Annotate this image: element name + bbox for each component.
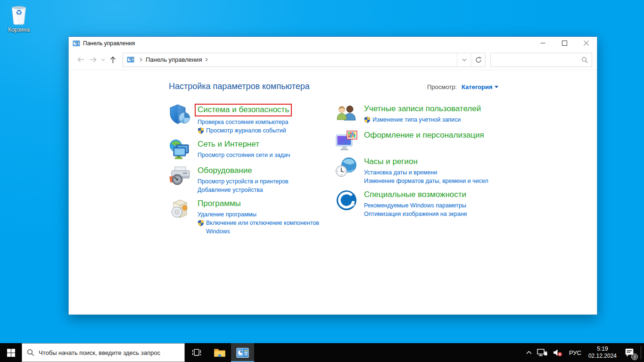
personalization-icon[interactable]	[335, 130, 358, 152]
category-link-programs[interactable]: Программы	[198, 199, 241, 208]
back-button[interactable]	[74, 53, 87, 67]
task-link-change-account-type[interactable]: Изменение типа учетной записи	[364, 115, 481, 124]
file-explorer-icon	[214, 347, 226, 358]
start-button[interactable]	[0, 343, 22, 362]
recycle-symbol-icon: ♻	[8, 9, 29, 16]
category-network-internet: Сеть и Интернет Просмотр состояния сети …	[169, 139, 327, 161]
control-panel-search[interactable]	[490, 53, 592, 67]
control-panel-window: Панель управления	[68, 36, 597, 315]
minimize-button[interactable]	[532, 37, 553, 49]
control-panel-search-input[interactable]	[495, 56, 581, 63]
close-button[interactable]	[575, 37, 597, 49]
category-link-system-security[interactable]: Система и безопасность	[198, 105, 289, 114]
chevron-down-icon	[101, 58, 105, 61]
address-bar[interactable]: Панель управления	[123, 53, 486, 67]
breadcrumb-root[interactable]: Панель управления	[146, 56, 202, 63]
category-ease-of-access: Специальные возможности Рекомендуемые Wi…	[335, 189, 498, 218]
category-link-hardware[interactable]: Оборудование	[198, 166, 252, 175]
network-icon	[537, 348, 548, 357]
category-system-security: Система и безопасность Проверка состояни…	[169, 103, 327, 135]
ease-of-access-icon[interactable]	[335, 189, 358, 212]
task-view-button[interactable]	[185, 343, 208, 362]
control-panel-icon	[236, 348, 249, 358]
notification-badge: 3	[631, 354, 638, 360]
category-link-ease-of-access[interactable]: Специальные возможности	[364, 190, 466, 199]
action-center-button[interactable]: 3	[620, 343, 640, 362]
control-panel-icon	[127, 57, 134, 63]
clock-region-icon[interactable]	[335, 156, 358, 179]
task-link-network-status[interactable]: Просмотр состояния сети и задач	[198, 151, 290, 159]
user-accounts-icon[interactable]	[335, 103, 358, 126]
category-link-personalization[interactable]: Оформление и персонализация	[364, 131, 484, 140]
control-panel-content: Настройка параметров компьютера Просмотр…	[69, 70, 597, 314]
task-link-security-status[interactable]: Проверка состояния компьютера	[198, 118, 292, 126]
task-link-optimize-display[interactable]: Оптимизация изображения на экране	[364, 210, 467, 218]
refresh-icon	[475, 57, 482, 63]
category-hardware: Оборудование Просмотр устройств и принте…	[169, 165, 327, 194]
show-desktop-button[interactable]	[641, 343, 644, 362]
chevron-down-icon	[462, 58, 467, 61]
task-link-devices-printers[interactable]: Просмотр устройств и принтеров	[198, 177, 289, 186]
windows-logo-icon	[7, 349, 15, 357]
network-internet-icon[interactable]	[169, 139, 191, 161]
window-title: Панель управления	[83, 40, 532, 47]
task-link-set-date-time[interactable]: Установка даты и времени	[364, 168, 488, 177]
programs-icon[interactable]	[169, 198, 191, 221]
navigation-bar: Панель управления	[69, 49, 597, 70]
tray-network-button[interactable]	[534, 343, 550, 362]
system-security-icon[interactable]	[169, 103, 191, 126]
maximize-icon	[562, 41, 567, 46]
task-link-event-logs[interactable]: Просмотр журналов событий	[198, 126, 292, 135]
red-highlight-box: Система и безопасность	[195, 104, 292, 116]
chevron-up-icon	[526, 351, 532, 354]
tray-date: 02.12.2024	[588, 353, 617, 360]
uac-shield-icon	[198, 127, 204, 134]
category-column-left: Система и безопасность Проверка состояни…	[169, 103, 327, 239]
category-clock-region: Часы и регион Установка даты и времени И…	[335, 156, 498, 185]
tray-volume-muted-button[interactable]	[550, 343, 565, 362]
taskbar-search[interactable]	[22, 343, 185, 362]
category-link-user-accounts[interactable]: Учетные записи пользователей	[364, 104, 481, 113]
control-panel-taskbar-button[interactable]	[231, 343, 254, 362]
breadcrumb-chevron-icon[interactable]	[202, 58, 211, 62]
up-arrow-icon	[109, 56, 116, 64]
recycle-bin-label: Корзина	[5, 26, 33, 33]
task-link-add-device[interactable]: Добавление устройства	[198, 186, 289, 194]
address-dropdown-button[interactable]	[457, 53, 471, 66]
tray-clock[interactable]: 5:19 02.12.2024	[585, 346, 620, 360]
maximize-button[interactable]	[553, 37, 575, 49]
tray-show-hidden-icons-button[interactable]	[524, 343, 534, 362]
forward-arrow-icon	[89, 56, 97, 63]
task-link-uninstall-program[interactable]: Удаление программы	[198, 210, 327, 219]
tray-language-indicator[interactable]: РУС	[565, 343, 585, 362]
control-panel-icon	[73, 40, 80, 47]
task-link-windows-features[interactable]: Включение или отключение компонентов Win…	[198, 219, 327, 236]
taskbar-search-input[interactable]	[39, 349, 180, 356]
refresh-button[interactable]	[471, 53, 485, 66]
view-by-value[interactable]: Категория	[462, 83, 493, 90]
category-personalization: Оформление и персонализация	[335, 130, 498, 152]
category-user-accounts: Учетные записи пользователей Изменение т…	[335, 103, 498, 126]
forward-button[interactable]	[87, 53, 99, 67]
file-explorer-button[interactable]	[208, 343, 231, 362]
up-button[interactable]	[107, 53, 119, 67]
category-link-clock-region[interactable]: Часы и регион	[364, 157, 418, 166]
recycle-bin-desktop-icon[interactable]: ♻ Корзина	[5, 4, 33, 33]
view-by-label: Просмотр:	[427, 83, 457, 90]
back-arrow-icon	[77, 56, 85, 63]
title-bar[interactable]: Панель управления	[69, 37, 597, 49]
breadcrumb-chevron-icon[interactable]	[136, 58, 146, 62]
task-link-change-formats[interactable]: Изменение форматов даты, времени и чисел	[364, 177, 488, 185]
category-programs: Программы Удаление программы Включение и…	[169, 198, 327, 236]
task-link-recommended-settings[interactable]: Рекомендуемые Windows параметры	[364, 201, 467, 210]
uac-shield-icon	[364, 116, 371, 123]
view-by-control: Просмотр:Категория	[427, 83, 498, 90]
category-link-network-internet[interactable]: Сеть и Интернет	[198, 140, 259, 148]
tray-time: 5:19	[588, 346, 617, 353]
recent-locations-dropdown[interactable]	[99, 53, 107, 67]
search-icon	[27, 349, 34, 356]
task-view-icon	[191, 347, 202, 358]
category-column-right: Учетные записи пользователей Изменение т…	[335, 103, 498, 222]
caret-down-icon[interactable]	[495, 86, 498, 88]
hardware-icon[interactable]	[169, 165, 191, 188]
